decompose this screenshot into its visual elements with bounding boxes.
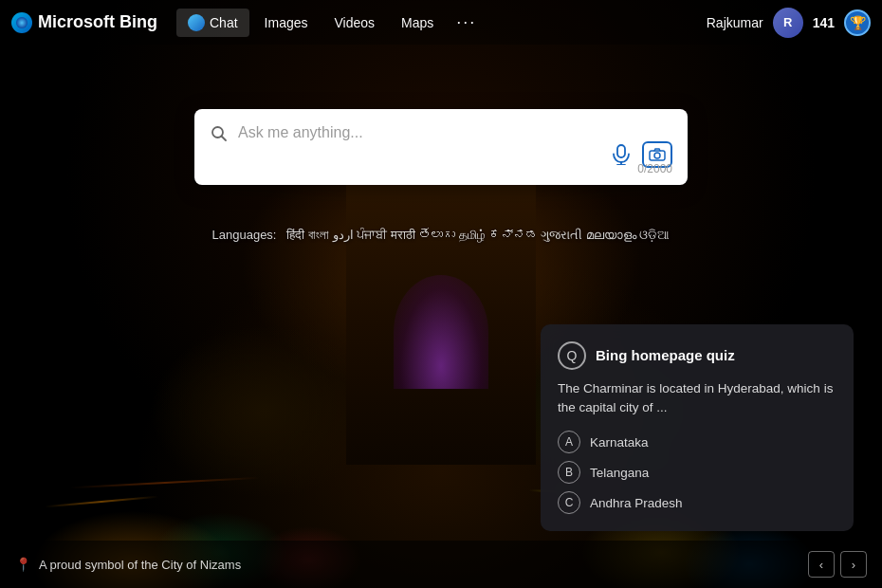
caption-prev-button[interactable]: ‹: [808, 551, 835, 578]
quiz-option-b[interactable]: B Telangana: [558, 461, 836, 484]
search-icon: [210, 124, 229, 148]
quiz-option-a[interactable]: A Karnataka: [558, 431, 836, 453]
user-avatar[interactable]: R: [773, 8, 803, 38]
languages-bar: Languages: हिंदी বাংলা اردو ਪੰਜਾਬੀ मराठी…: [212, 228, 671, 243]
nav-images-label: Images: [265, 15, 308, 30]
option-a-letter: A: [558, 431, 580, 453]
nav-videos[interactable]: Videos: [323, 9, 387, 36]
option-c-letter: C: [558, 491, 580, 514]
nav-images[interactable]: Images: [253, 9, 320, 36]
caption-text: A proud symbol of the City of Nizams: [39, 558, 808, 572]
navbar: Microsoft Bing Chat Images Videos Maps ·…: [0, 0, 882, 45]
caption-bar: 📍 A proud symbol of the City of Nizams ‹…: [0, 541, 882, 588]
search-placeholder[interactable]: Ask me anything...: [238, 122, 598, 143]
languages-list[interactable]: हिंदी বাংলা اردو ਪੰਜਾਬੀ मराठी తెలుగు தமி…: [286, 228, 670, 242]
brand-logo[interactable]: Microsoft Bing: [11, 12, 157, 33]
quiz-options: A Karnataka B Telangana C Andhra Pradesh: [558, 431, 836, 514]
option-b-letter: B: [558, 461, 580, 484]
nav-maps[interactable]: Maps: [390, 9, 445, 36]
quiz-header: Q Bing homepage quiz: [558, 341, 836, 370]
option-c-text: Andhra Pradesh: [590, 496, 683, 510]
nav-chat[interactable]: Chat: [176, 9, 249, 37]
user-name: Rajkumar: [707, 15, 763, 30]
quiz-icon-label: Q: [567, 348, 578, 363]
char-count: 0/2000: [637, 162, 672, 175]
nav-right: Rajkumar R 141 🏆: [707, 8, 871, 38]
svg-line-2: [222, 137, 227, 141]
nav-videos-label: Videos: [335, 15, 376, 30]
user-points: 141: [813, 15, 835, 30]
quiz-question: The Charminar is located in Hyderabad, w…: [558, 379, 836, 418]
caption-next-button[interactable]: ›: [840, 551, 867, 578]
search-container: Ask me anything... 0/2000: [194, 109, 688, 185]
quiz-icon: Q: [558, 341, 586, 370]
nav-maps-label: Maps: [401, 15, 433, 30]
quiz-card: Q Bing homepage quiz The Charminar is lo…: [541, 324, 854, 532]
svg-point-0: [16, 17, 28, 28]
bing-icon: [11, 12, 32, 33]
search-box: Ask me anything... 0/2000: [194, 109, 688, 185]
quiz-title: Bing homepage quiz: [596, 347, 735, 363]
svg-rect-3: [617, 145, 625, 157]
nav-items: Chat Images Videos Maps ···: [176, 7, 707, 38]
caption-nav: ‹ ›: [808, 551, 867, 578]
chat-icon: [188, 14, 205, 31]
mic-button[interactable]: [608, 141, 634, 168]
languages-label: Languages:: [212, 228, 277, 242]
quiz-option-c[interactable]: C Andhra Pradesh: [558, 491, 836, 514]
location-icon: 📍: [15, 557, 31, 572]
brand-name: Microsoft Bing: [38, 12, 157, 32]
svg-point-7: [654, 153, 660, 158]
option-b-text: Telangana: [590, 466, 649, 480]
option-a-text: Karnataka: [590, 435, 649, 450]
nav-more-button[interactable]: ···: [449, 7, 484, 38]
reward-icon[interactable]: 🏆: [844, 9, 871, 36]
nav-chat-label: Chat: [210, 15, 238, 30]
